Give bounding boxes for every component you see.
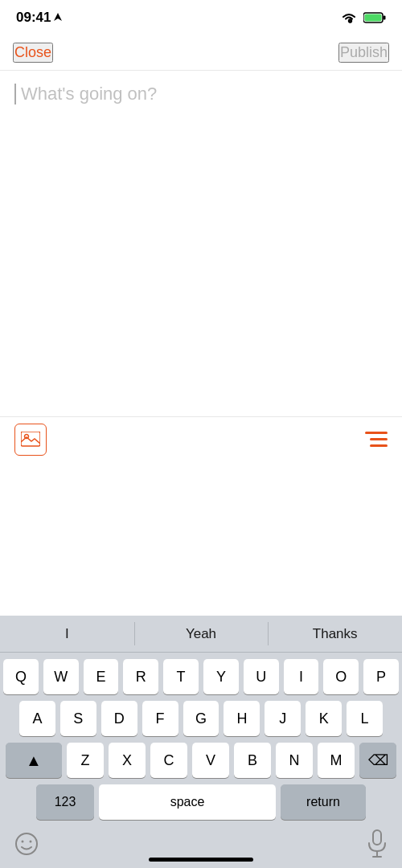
svg-point-8 [30, 841, 32, 843]
autocomplete-bar: I Yeah Thanks [0, 616, 402, 653]
key-t[interactable]: T [163, 659, 199, 694]
svg-rect-3 [365, 14, 382, 22]
publish-button[interactable]: Publish [338, 43, 389, 63]
key-p[interactable]: P [363, 659, 399, 694]
backspace-key[interactable]: ⌫ [359, 743, 396, 778]
key-f[interactable]: F [142, 701, 178, 736]
key-s[interactable]: S [60, 701, 96, 736]
menu-button[interactable] [365, 432, 388, 447]
location-icon [54, 13, 62, 23]
key-row-3: ▲ Z X C V B N M ⌫ [3, 743, 399, 778]
key-e[interactable]: E [84, 659, 119, 694]
nav-bar: Close Publish [0, 35, 402, 71]
key-v[interactable]: V [192, 743, 229, 778]
key-o[interactable]: O [323, 659, 359, 694]
svg-rect-9 [373, 830, 381, 845]
key-l[interactable]: L [347, 701, 383, 736]
compose-placeholder: What's going on? [14, 84, 388, 104]
close-button[interactable]: Close [13, 43, 53, 63]
battery-icon [363, 12, 386, 23]
key-q[interactable]: Q [3, 659, 39, 694]
key-row-2: A S D F G H J K L [3, 701, 399, 736]
key-k[interactable]: K [306, 701, 342, 736]
key-j[interactable]: J [265, 701, 301, 736]
key-n[interactable]: N [276, 743, 313, 778]
home-indicator [149, 858, 253, 862]
status-bar: 09:41 [0, 0, 402, 35]
mic-icon [367, 829, 388, 858]
key-c[interactable]: C [150, 743, 187, 778]
key-rows: Q W E R T Y U I O P A S D F G H J K L ▲ … [0, 653, 402, 823]
time-label: 09:41 [16, 10, 51, 26]
key-h[interactable]: H [224, 701, 260, 736]
space-key[interactable]: space [99, 784, 276, 820]
compose-area[interactable]: What's going on? [0, 71, 402, 416]
menu-line-3 [370, 444, 388, 447]
mic-button[interactable] [367, 829, 388, 862]
status-time: 09:41 [16, 10, 62, 26]
wifi-icon [341, 12, 357, 23]
emoji-button[interactable] [14, 832, 39, 859]
status-icons [341, 12, 386, 23]
keyboard[interactable]: I Yeah Thanks Q W E R T Y U I O P A S D … [0, 616, 402, 868]
key-z[interactable]: Z [67, 743, 104, 778]
shift-key[interactable]: ▲ [6, 743, 62, 778]
key-row-1: Q W E R T Y U I O P [3, 659, 399, 694]
key-u[interactable]: U [244, 659, 279, 694]
svg-point-6 [16, 833, 37, 854]
key-d[interactable]: D [101, 701, 137, 736]
key-i[interactable]: I [284, 659, 319, 694]
key-m[interactable]: M [318, 743, 355, 778]
autocomplete-yeah[interactable]: Yeah [134, 616, 269, 652]
key-b[interactable]: B [234, 743, 271, 778]
autocomplete-i[interactable]: I [0, 616, 134, 652]
menu-line-2 [370, 438, 388, 440]
key-row-4: 123 space return [3, 784, 399, 820]
image-icon [21, 432, 40, 448]
svg-rect-2 [384, 16, 386, 20]
return-key[interactable]: return [281, 784, 366, 820]
autocomplete-thanks[interactable]: Thanks [268, 616, 402, 652]
key-r[interactable]: R [123, 659, 158, 694]
image-button[interactable] [14, 424, 47, 456]
emoji-icon [14, 832, 39, 856]
key-a[interactable]: A [19, 701, 55, 736]
key-y[interactable]: Y [203, 659, 239, 694]
menu-line-1 [365, 432, 388, 434]
key-g[interactable]: G [183, 701, 219, 736]
key-w[interactable]: W [43, 659, 79, 694]
toolbar [0, 416, 402, 461]
key-x[interactable]: X [109, 743, 146, 778]
numbers-key[interactable]: 123 [36, 784, 94, 820]
svg-marker-0 [54, 13, 62, 21]
svg-point-7 [22, 841, 24, 843]
